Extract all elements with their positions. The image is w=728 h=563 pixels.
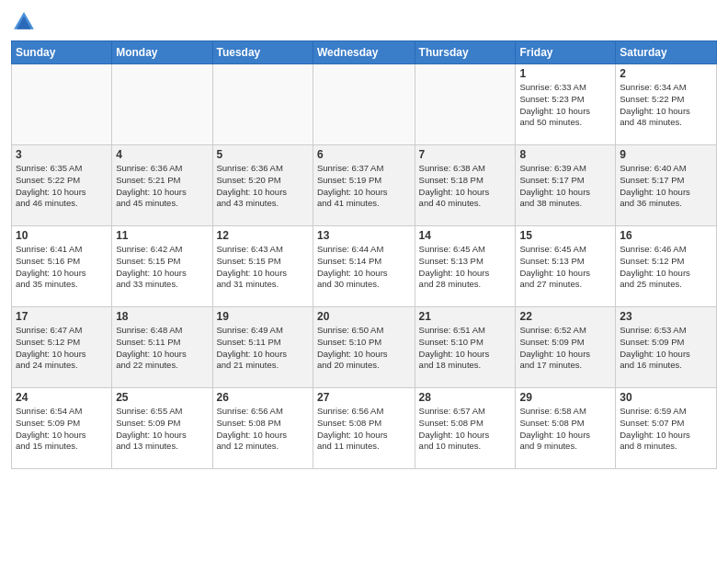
calendar-day-cell — [313, 64, 415, 145]
day-number: 17 — [16, 310, 108, 323]
day-info: Sunrise: 6:49 AM Sunset: 5:11 PM Dayligh… — [217, 325, 309, 372]
calendar-day-cell: 29Sunrise: 6:58 AM Sunset: 5:08 PM Dayli… — [516, 388, 616, 469]
day-info: Sunrise: 6:45 AM Sunset: 5:13 PM Dayligh… — [519, 244, 611, 291]
calendar-day-cell: 25Sunrise: 6:55 AM Sunset: 5:09 PM Dayli… — [112, 388, 212, 469]
header — [11, 9, 717, 35]
weekday-header-monday: Monday — [112, 41, 212, 64]
day-number: 26 — [217, 391, 309, 404]
day-info: Sunrise: 6:44 AM Sunset: 5:14 PM Dayligh… — [317, 244, 411, 291]
calendar-week-row: 17Sunrise: 6:47 AM Sunset: 5:12 PM Dayli… — [12, 307, 717, 388]
day-info: Sunrise: 6:43 AM Sunset: 5:15 PM Dayligh… — [217, 244, 309, 291]
calendar-day-cell: 16Sunrise: 6:46 AM Sunset: 5:12 PM Dayli… — [616, 226, 717, 307]
day-info: Sunrise: 6:36 AM Sunset: 5:21 PM Dayligh… — [116, 163, 208, 210]
day-number: 8 — [519, 148, 611, 161]
calendar-week-row: 10Sunrise: 6:41 AM Sunset: 5:16 PM Dayli… — [12, 226, 717, 307]
day-info: Sunrise: 6:59 AM Sunset: 5:07 PM Dayligh… — [620, 406, 712, 453]
calendar-day-cell — [12, 64, 112, 145]
day-number: 19 — [217, 310, 309, 323]
calendar-day-cell: 1Sunrise: 6:33 AM Sunset: 5:23 PM Daylig… — [516, 64, 616, 145]
day-number: 5 — [217, 148, 309, 161]
day-number: 23 — [620, 310, 712, 323]
day-info: Sunrise: 6:40 AM Sunset: 5:17 PM Dayligh… — [620, 163, 712, 210]
weekday-header-tuesday: Tuesday — [212, 41, 313, 64]
weekday-header-thursday: Thursday — [415, 41, 516, 64]
day-number: 25 — [116, 391, 208, 404]
weekday-header-sunday: Sunday — [12, 41, 112, 64]
calendar: SundayMondayTuesdayWednesdayThursdayFrid… — [11, 40, 717, 469]
day-number: 29 — [519, 391, 611, 404]
calendar-day-cell: 6Sunrise: 6:37 AM Sunset: 5:19 PM Daylig… — [313, 145, 415, 226]
calendar-day-cell: 15Sunrise: 6:45 AM Sunset: 5:13 PM Dayli… — [516, 226, 616, 307]
calendar-day-cell: 5Sunrise: 6:36 AM Sunset: 5:20 PM Daylig… — [212, 145, 313, 226]
day-number: 22 — [519, 310, 611, 323]
calendar-day-cell: 8Sunrise: 6:39 AM Sunset: 5:17 PM Daylig… — [516, 145, 616, 226]
day-number: 27 — [317, 391, 411, 404]
day-info: Sunrise: 6:53 AM Sunset: 5:09 PM Dayligh… — [620, 325, 712, 372]
day-info: Sunrise: 6:56 AM Sunset: 5:08 PM Dayligh… — [317, 406, 411, 453]
day-info: Sunrise: 6:51 AM Sunset: 5:10 PM Dayligh… — [419, 325, 512, 372]
day-number: 10 — [16, 229, 108, 242]
day-info: Sunrise: 6:37 AM Sunset: 5:19 PM Dayligh… — [317, 163, 411, 210]
calendar-day-cell — [212, 64, 313, 145]
day-info: Sunrise: 6:36 AM Sunset: 5:20 PM Dayligh… — [217, 163, 309, 210]
day-number: 3 — [16, 148, 108, 161]
calendar-day-cell: 20Sunrise: 6:50 AM Sunset: 5:10 PM Dayli… — [313, 307, 415, 388]
calendar-day-cell: 7Sunrise: 6:38 AM Sunset: 5:18 PM Daylig… — [415, 145, 516, 226]
calendar-week-row: 3Sunrise: 6:35 AM Sunset: 5:22 PM Daylig… — [12, 145, 717, 226]
day-info: Sunrise: 6:55 AM Sunset: 5:09 PM Dayligh… — [116, 406, 208, 453]
day-number: 14 — [419, 229, 512, 242]
calendar-week-row: 1Sunrise: 6:33 AM Sunset: 5:23 PM Daylig… — [12, 64, 717, 145]
day-info: Sunrise: 6:41 AM Sunset: 5:16 PM Dayligh… — [16, 244, 108, 291]
day-number: 28 — [419, 391, 512, 404]
day-number: 21 — [419, 310, 512, 323]
day-number: 2 — [620, 67, 712, 80]
day-info: Sunrise: 6:52 AM Sunset: 5:09 PM Dayligh… — [519, 325, 611, 372]
day-number: 13 — [317, 229, 411, 242]
calendar-day-cell: 26Sunrise: 6:56 AM Sunset: 5:08 PM Dayli… — [212, 388, 313, 469]
calendar-week-row: 24Sunrise: 6:54 AM Sunset: 5:09 PM Dayli… — [12, 388, 717, 469]
day-info: Sunrise: 6:47 AM Sunset: 5:12 PM Dayligh… — [16, 325, 108, 372]
calendar-day-cell: 12Sunrise: 6:43 AM Sunset: 5:15 PM Dayli… — [212, 226, 313, 307]
day-info: Sunrise: 6:46 AM Sunset: 5:12 PM Dayligh… — [620, 244, 712, 291]
calendar-day-cell: 4Sunrise: 6:36 AM Sunset: 5:21 PM Daylig… — [112, 145, 212, 226]
calendar-day-cell: 18Sunrise: 6:48 AM Sunset: 5:11 PM Dayli… — [112, 307, 212, 388]
day-info: Sunrise: 6:50 AM Sunset: 5:10 PM Dayligh… — [317, 325, 411, 372]
day-info: Sunrise: 6:56 AM Sunset: 5:08 PM Dayligh… — [217, 406, 309, 453]
weekday-header-row: SundayMondayTuesdayWednesdayThursdayFrid… — [12, 41, 717, 64]
calendar-day-cell: 21Sunrise: 6:51 AM Sunset: 5:10 PM Dayli… — [415, 307, 516, 388]
day-info: Sunrise: 6:42 AM Sunset: 5:15 PM Dayligh… — [116, 244, 208, 291]
day-info: Sunrise: 6:34 AM Sunset: 5:22 PM Dayligh… — [620, 82, 712, 129]
day-info: Sunrise: 6:58 AM Sunset: 5:08 PM Dayligh… — [519, 406, 611, 453]
day-number: 12 — [217, 229, 309, 242]
calendar-day-cell: 9Sunrise: 6:40 AM Sunset: 5:17 PM Daylig… — [616, 145, 717, 226]
weekday-header-wednesday: Wednesday — [313, 41, 415, 64]
day-info: Sunrise: 6:57 AM Sunset: 5:08 PM Dayligh… — [419, 406, 512, 453]
calendar-day-cell: 30Sunrise: 6:59 AM Sunset: 5:07 PM Dayli… — [616, 388, 717, 469]
calendar-day-cell — [415, 64, 516, 145]
day-number: 18 — [116, 310, 208, 323]
day-number: 30 — [620, 391, 712, 404]
day-number: 24 — [16, 391, 108, 404]
day-info: Sunrise: 6:35 AM Sunset: 5:22 PM Dayligh… — [16, 163, 108, 210]
calendar-day-cell: 17Sunrise: 6:47 AM Sunset: 5:12 PM Dayli… — [12, 307, 112, 388]
calendar-day-cell: 14Sunrise: 6:45 AM Sunset: 5:13 PM Dayli… — [415, 226, 516, 307]
day-info: Sunrise: 6:33 AM Sunset: 5:23 PM Dayligh… — [519, 82, 611, 129]
day-number: 15 — [519, 229, 611, 242]
day-info: Sunrise: 6:45 AM Sunset: 5:13 PM Dayligh… — [419, 244, 512, 291]
calendar-day-cell: 22Sunrise: 6:52 AM Sunset: 5:09 PM Dayli… — [516, 307, 616, 388]
day-number: 1 — [519, 67, 611, 80]
day-number: 4 — [116, 148, 208, 161]
calendar-day-cell: 28Sunrise: 6:57 AM Sunset: 5:08 PM Dayli… — [415, 388, 516, 469]
day-number: 6 — [317, 148, 411, 161]
calendar-day-cell: 2Sunrise: 6:34 AM Sunset: 5:22 PM Daylig… — [616, 64, 717, 145]
day-info: Sunrise: 6:39 AM Sunset: 5:17 PM Dayligh… — [519, 163, 611, 210]
day-number: 20 — [317, 310, 411, 323]
weekday-header-saturday: Saturday — [616, 41, 717, 64]
calendar-day-cell: 24Sunrise: 6:54 AM Sunset: 5:09 PM Dayli… — [12, 388, 112, 469]
day-number: 11 — [116, 229, 208, 242]
day-info: Sunrise: 6:54 AM Sunset: 5:09 PM Dayligh… — [16, 406, 108, 453]
calendar-day-cell: 10Sunrise: 6:41 AM Sunset: 5:16 PM Dayli… — [12, 226, 112, 307]
day-info: Sunrise: 6:38 AM Sunset: 5:18 PM Dayligh… — [419, 163, 512, 210]
calendar-day-cell: 27Sunrise: 6:56 AM Sunset: 5:08 PM Dayli… — [313, 388, 415, 469]
logo — [11, 9, 40, 35]
